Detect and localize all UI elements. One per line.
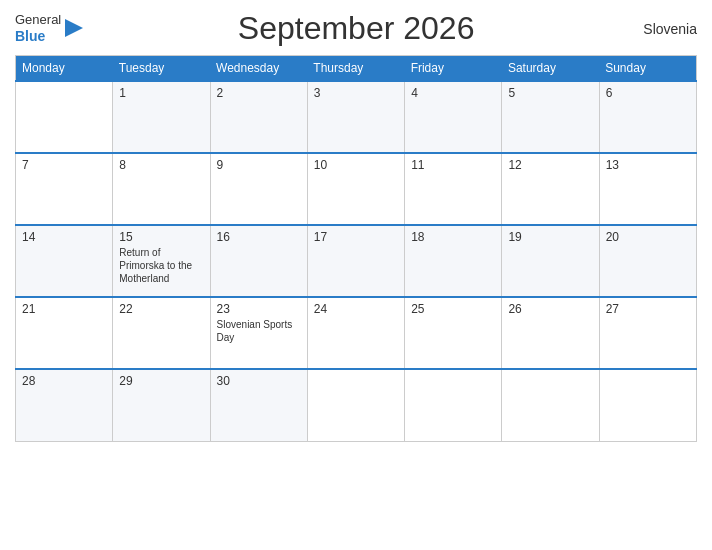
calendar-cell: 7	[16, 153, 113, 225]
day-number: 11	[411, 158, 495, 172]
calendar-header: General Blue September 2026 Slovenia	[15, 10, 697, 47]
logo: General Blue	[15, 12, 85, 44]
calendar-week-row: 212223Slovenian Sports Day24252627	[16, 297, 697, 369]
day-number: 27	[606, 302, 690, 316]
month-title: September 2026	[85, 10, 627, 47]
calendar-cell	[16, 81, 113, 153]
calendar-week-row: 282930	[16, 369, 697, 441]
svg-marker-0	[65, 19, 83, 37]
day-number: 30	[217, 374, 301, 388]
calendar-cell: 1	[113, 81, 210, 153]
day-number: 12	[508, 158, 592, 172]
calendar-cell: 30	[210, 369, 307, 441]
event-text: Return of Primorska to the Motherland	[119, 246, 203, 285]
day-number: 28	[22, 374, 106, 388]
calendar-week-row: 123456	[16, 81, 697, 153]
day-number: 8	[119, 158, 203, 172]
calendar-cell: 4	[405, 81, 502, 153]
calendar-cell: 27	[599, 297, 696, 369]
calendar-cell	[599, 369, 696, 441]
day-number: 2	[217, 86, 301, 100]
calendar-cell: 17	[307, 225, 404, 297]
calendar-cell	[307, 369, 404, 441]
calendar-cell: 28	[16, 369, 113, 441]
day-number: 20	[606, 230, 690, 244]
calendar-cell: 26	[502, 297, 599, 369]
calendar-cell: 15Return of Primorska to the Motherland	[113, 225, 210, 297]
calendar-cell: 29	[113, 369, 210, 441]
calendar-cell: 22	[113, 297, 210, 369]
calendar-cell: 8	[113, 153, 210, 225]
day-number: 3	[314, 86, 398, 100]
calendar-cell: 18	[405, 225, 502, 297]
calendar-cell: 25	[405, 297, 502, 369]
day-number: 15	[119, 230, 203, 244]
day-number: 24	[314, 302, 398, 316]
calendar-cell: 5	[502, 81, 599, 153]
day-number: 25	[411, 302, 495, 316]
calendar-cell: 3	[307, 81, 404, 153]
calendar-cell	[502, 369, 599, 441]
calendar-cell: 9	[210, 153, 307, 225]
calendar-cell: 6	[599, 81, 696, 153]
header-saturday: Saturday	[502, 56, 599, 82]
calendar-cell: 20	[599, 225, 696, 297]
calendar-cell: 21	[16, 297, 113, 369]
header-thursday: Thursday	[307, 56, 404, 82]
day-number: 10	[314, 158, 398, 172]
day-number: 22	[119, 302, 203, 316]
calendar-cell: 10	[307, 153, 404, 225]
calendar-cell: 11	[405, 153, 502, 225]
day-number: 19	[508, 230, 592, 244]
day-number: 23	[217, 302, 301, 316]
day-number: 18	[411, 230, 495, 244]
weekday-header-row: Monday Tuesday Wednesday Thursday Friday…	[16, 56, 697, 82]
day-number: 7	[22, 158, 106, 172]
header-tuesday: Tuesday	[113, 56, 210, 82]
calendar-table: Monday Tuesday Wednesday Thursday Friday…	[15, 55, 697, 442]
day-number: 6	[606, 86, 690, 100]
day-number: 4	[411, 86, 495, 100]
logo-text: General Blue	[15, 12, 61, 44]
calendar-cell: 2	[210, 81, 307, 153]
calendar-cell: 16	[210, 225, 307, 297]
country-name: Slovenia	[627, 21, 697, 37]
calendar-cell: 12	[502, 153, 599, 225]
calendar-cell: 24	[307, 297, 404, 369]
day-number: 26	[508, 302, 592, 316]
calendar-container: General Blue September 2026 Slovenia Mon…	[0, 0, 712, 550]
calendar-week-row: 1415Return of Primorska to the Motherlan…	[16, 225, 697, 297]
calendar-cell	[405, 369, 502, 441]
event-text: Slovenian Sports Day	[217, 318, 301, 344]
logo-flag-icon	[63, 17, 85, 39]
header-sunday: Sunday	[599, 56, 696, 82]
day-number: 5	[508, 86, 592, 100]
calendar-cell: 14	[16, 225, 113, 297]
calendar-cell: 23Slovenian Sports Day	[210, 297, 307, 369]
header-monday: Monday	[16, 56, 113, 82]
day-number: 13	[606, 158, 690, 172]
header-friday: Friday	[405, 56, 502, 82]
calendar-cell: 19	[502, 225, 599, 297]
day-number: 1	[119, 86, 203, 100]
logo-general: General	[15, 12, 61, 28]
day-number: 21	[22, 302, 106, 316]
day-number: 14	[22, 230, 106, 244]
day-number: 16	[217, 230, 301, 244]
header-wednesday: Wednesday	[210, 56, 307, 82]
day-number: 9	[217, 158, 301, 172]
calendar-cell: 13	[599, 153, 696, 225]
logo-blue: Blue	[15, 28, 45, 44]
day-number: 17	[314, 230, 398, 244]
day-number: 29	[119, 374, 203, 388]
calendar-week-row: 78910111213	[16, 153, 697, 225]
